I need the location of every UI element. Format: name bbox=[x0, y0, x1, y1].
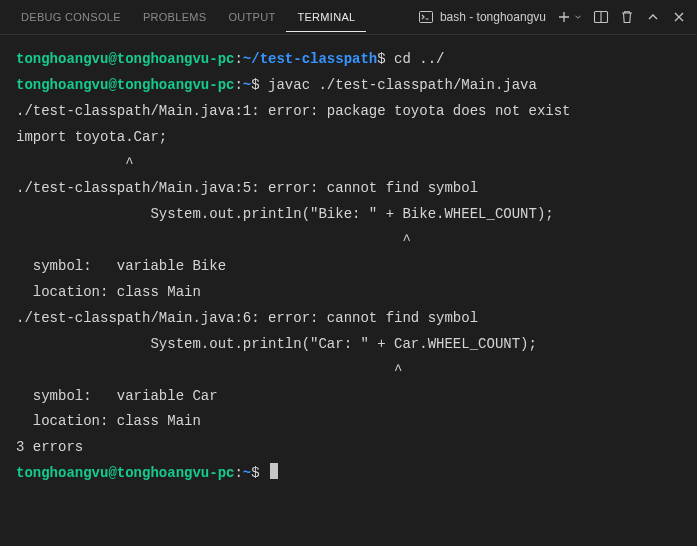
prompt-colon: : bbox=[234, 77, 242, 93]
chevron-down-icon[interactable] bbox=[573, 9, 583, 25]
prompt-colon: : bbox=[234, 465, 242, 481]
output-line: ^ bbox=[16, 151, 681, 177]
panel-tabs: DEBUG CONSOLE PROBLEMS OUTPUT TERMINAL bbox=[10, 3, 366, 32]
output-line: ./test-classpath/Main.java:6: error: can… bbox=[16, 306, 681, 332]
output-line: import toyota.Car; bbox=[16, 125, 681, 151]
output-line: 3 errors bbox=[16, 435, 681, 461]
tab-output[interactable]: OUTPUT bbox=[217, 3, 286, 32]
output-line: location: class Main bbox=[16, 280, 681, 306]
prompt-line: tonghoangvu@tonghoangvu-pc:~$ bbox=[16, 461, 681, 487]
prompt-symbol: $ bbox=[251, 465, 259, 481]
output-line: symbol: variable Bike bbox=[16, 254, 681, 280]
kill-terminal-icon[interactable] bbox=[619, 9, 635, 25]
command-text: javac ./test-classpath/Main.java bbox=[260, 77, 537, 93]
terminal-icon bbox=[418, 9, 434, 25]
close-panel-icon[interactable] bbox=[671, 9, 687, 25]
prompt-colon: : bbox=[234, 51, 242, 67]
output-line: ^ bbox=[16, 358, 681, 384]
output-line: ./test-classpath/Main.java:5: error: can… bbox=[16, 176, 681, 202]
prompt-user: tonghoangvu@tonghoangvu-pc bbox=[16, 77, 234, 93]
maximize-panel-icon[interactable] bbox=[645, 9, 661, 25]
shell-label-text: bash - tonghoangvu bbox=[440, 10, 546, 24]
shell-selector[interactable]: bash - tonghoangvu bbox=[418, 9, 546, 25]
new-terminal-icon[interactable] bbox=[556, 9, 572, 25]
prompt-path: ~/test-classpath bbox=[243, 51, 377, 67]
output-line: System.out.println("Bike: " + Bike.WHEEL… bbox=[16, 202, 681, 228]
tab-problems[interactable]: PROBLEMS bbox=[132, 3, 218, 32]
prompt-path: ~ bbox=[243, 77, 251, 93]
prompt-symbol: $ bbox=[251, 77, 259, 93]
tab-terminal[interactable]: TERMINAL bbox=[286, 3, 366, 32]
split-terminal-icon[interactable] bbox=[593, 9, 609, 25]
prompt-line: tonghoangvu@tonghoangvu-pc:~/test-classp… bbox=[16, 47, 681, 73]
prompt-user: tonghoangvu@tonghoangvu-pc bbox=[16, 51, 234, 67]
panel-actions: bash - tonghoangvu bbox=[418, 9, 687, 25]
prompt-user: tonghoangvu@tonghoangvu-pc bbox=[16, 465, 234, 481]
output-line: ^ bbox=[16, 228, 681, 254]
command-text bbox=[260, 465, 268, 481]
svg-rect-0 bbox=[419, 12, 432, 23]
prompt-symbol: $ bbox=[377, 51, 385, 67]
command-text: cd ../ bbox=[386, 51, 445, 67]
output-line: location: class Main bbox=[16, 409, 681, 435]
output-line: System.out.println("Car: " + Car.WHEEL_C… bbox=[16, 332, 681, 358]
output-line: symbol: variable Car bbox=[16, 384, 681, 410]
cursor bbox=[270, 463, 278, 479]
output-line: ./test-classpath/Main.java:1: error: pac… bbox=[16, 99, 681, 125]
prompt-path: ~ bbox=[243, 465, 251, 481]
prompt-line: tonghoangvu@tonghoangvu-pc:~$ javac ./te… bbox=[16, 73, 681, 99]
panel-header: DEBUG CONSOLE PROBLEMS OUTPUT TERMINAL b… bbox=[0, 0, 697, 35]
terminal-output[interactable]: tonghoangvu@tonghoangvu-pc:~/test-classp… bbox=[0, 35, 697, 499]
tab-debug-console[interactable]: DEBUG CONSOLE bbox=[10, 3, 132, 32]
